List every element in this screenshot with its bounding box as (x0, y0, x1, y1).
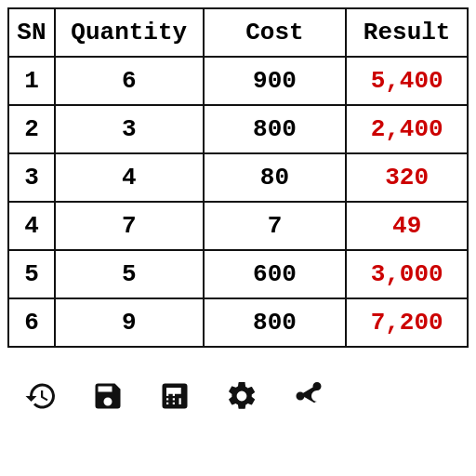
cell-quantity: 7 (55, 202, 204, 250)
share-icon[interactable] (290, 377, 327, 415)
cell-sn: 2 (8, 105, 55, 153)
table-row: 698007,200 (8, 298, 468, 347)
cell-result: 3,000 (346, 250, 468, 298)
calculator-icon[interactable] (156, 377, 193, 415)
table-row: 556003,000 (8, 250, 468, 298)
cell-cost: 800 (204, 105, 347, 153)
cell-sn: 6 (8, 298, 55, 347)
cell-result: 2,400 (346, 105, 468, 153)
cell-cost: 80 (204, 153, 347, 202)
settings-icon[interactable] (223, 377, 260, 415)
table-row: 3480320 (8, 153, 468, 202)
cell-quantity: 6 (55, 57, 204, 105)
table-row: 169005,400 (8, 57, 468, 105)
history-icon[interactable] (22, 377, 60, 415)
cell-result: 49 (346, 202, 468, 250)
save-icon[interactable] (89, 377, 126, 415)
col-header-sn: SN (8, 8, 55, 57)
cell-sn: 5 (8, 250, 55, 298)
toolbar (7, 370, 469, 422)
cell-result: 5,400 (346, 57, 468, 105)
cell-cost: 900 (204, 57, 347, 105)
table-row: 47749 (8, 202, 468, 250)
col-header-result: Result (346, 8, 468, 57)
cell-result: 7,200 (346, 298, 468, 347)
cell-sn: 1 (8, 57, 55, 105)
cell-sn: 4 (8, 202, 55, 250)
col-header-cost: Cost (204, 8, 347, 57)
cell-quantity: 4 (55, 153, 204, 202)
cell-quantity: 5 (55, 250, 204, 298)
col-header-quantity: Quantity (55, 8, 204, 57)
cell-quantity: 3 (55, 105, 204, 153)
cell-cost: 7 (204, 202, 347, 250)
cell-sn: 3 (8, 153, 55, 202)
cell-cost: 600 (204, 250, 347, 298)
cell-quantity: 9 (55, 298, 204, 347)
table-row: 238002,400 (8, 105, 468, 153)
cell-cost: 800 (204, 298, 347, 347)
data-table: SN Quantity Cost Result 169005,400238002… (7, 7, 469, 348)
cell-result: 320 (346, 153, 468, 202)
